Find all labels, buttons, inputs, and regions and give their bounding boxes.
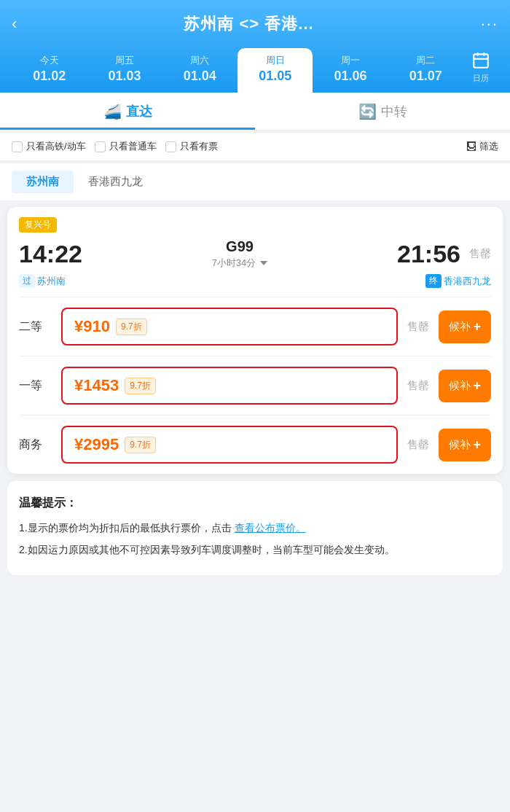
filter-btn-label: 筛选 [479,140,498,153]
date-tab-01.07[interactable]: 周二 01.07 [388,48,463,93]
view-price-link[interactable]: 查看公布票价。 [235,522,306,534]
date-tab-01.05[interactable]: 周日 01.05 [238,48,313,93]
seat-price: ¥1453 [74,376,119,395]
seat-discount-badge: 9.7折 [116,319,147,335]
terminal-badge: 终 [425,274,442,288]
day-date: 01.03 [90,69,159,84]
date-tab-01.03[interactable]: 周五 01.03 [87,48,162,93]
day-date: 01.05 [240,69,310,84]
seat-price-block[interactable]: ¥2995 9.7折 [61,426,398,464]
seat-row-1: 一等 ¥1453 9.7折 售罄 候补 + [19,356,491,415]
tab-transfer[interactable]: 🔄 中转 [255,93,510,130]
seat-action-button[interactable]: 候补 + [439,311,491,343]
notice-line-1: 1.显示的票价均为折扣后的最低执行票价，点击 查看公布票价。 [19,520,491,537]
seat-discount-badge: 9.7折 [125,437,156,453]
pass-station-name: 苏州南 [37,275,66,288]
day-date: 01.04 [165,69,235,84]
seat-action-button[interactable]: 候补 + [439,429,491,461]
arrive-time: 21:56 [397,240,460,268]
pass-badge: 过 [19,274,35,288]
day-date: 01.02 [15,69,84,84]
seat-status: 售罄 [404,379,433,393]
day-name: 周一 [315,54,385,67]
chevron-down-icon [260,261,267,265]
seat-price: ¥2995 [74,435,119,454]
seat-class-label: 二等 [19,319,55,335]
station-tab-苏州南[interactable]: 苏州南 [12,171,74,193]
seat-price-block[interactable]: ¥1453 9.7折 [61,367,398,405]
more-button[interactable]: ··· [481,15,498,34]
tab-bar: 🚄 直达 🔄 中转 [0,93,510,130]
seat-row-2: 商务 ¥2995 9.7折 售罄 候补 + [19,415,491,474]
seat-status: 售罄 [404,438,433,452]
train-badge: 复兴号 [19,217,57,233]
day-name: 今天 [15,54,84,67]
train-card: 复兴号 14:22 G99 7小时34分 21:56 售罄 过 苏州南 终 香港… [7,207,503,474]
depart-time: 14:22 [19,240,82,268]
seat-rows: 二等 ¥910 9.7折 售罄 候补 + 一等 ¥1453 9.7折 售罄 候补… [19,297,491,474]
filter-checkbox-只看有票[interactable]: 只看有票 [165,140,218,153]
tab-label: 直达 [126,103,152,120]
station-tab-香港西九龙[interactable]: 香港西九龙 [74,171,157,193]
day-date: 01.07 [391,69,460,84]
date-tab-01.06[interactable]: 周一 01.06 [313,48,388,93]
date-tabs: 今天 01.02 周五 01.03 周六 01.04 周日 01.05 周一 0… [12,45,498,93]
page-title: 苏州南 <> 香港... [184,13,313,35]
overall-sold-out: 售罄 [469,247,491,261]
main-content: 🚄 直达 🔄 中转 只看高铁/动车 只看普通车 只看有票 ⛾ 筛选 苏州南香港西… [0,93,510,575]
terminal-station-label: 终 香港西九龙 [425,274,491,288]
tab-icon: 🔄 [358,103,377,120]
header: ‹ 苏州南 <> 香港... ··· 今天 01.02 周五 01.03 周六 … [0,0,510,93]
train-main-row: 14:22 G99 7小时34分 21:56 售罄 [19,238,491,270]
filter-row: 只看高铁/动车 只看普通车 只看有票 ⛾ 筛选 [0,133,510,160]
seat-price-block[interactable]: ¥910 9.7折 [61,308,398,346]
back-button[interactable]: ‹ [12,15,17,34]
filter-label: 只看高铁/动车 [26,140,86,153]
tab-label: 中转 [381,103,407,120]
day-name: 周五 [90,54,159,67]
filter-funnel-icon: ⛾ [466,141,476,152]
svg-rect-0 [474,54,488,67]
train-number-block: G99 7小时34分 [82,238,397,270]
header-top: ‹ 苏州南 <> 香港... ··· [12,13,498,35]
tab-direct[interactable]: 🚄 直达 [0,93,255,130]
day-date: 01.06 [315,69,385,84]
checkbox[interactable] [12,141,23,152]
filter-checkbox-只看高铁/动车[interactable]: 只看高铁/动车 [12,140,86,153]
notice-box: 温馨提示： 1.显示的票价均为折扣后的最低执行票价，点击 查看公布票价。 2.如… [7,481,503,575]
seat-action-label: 候补 [449,379,471,393]
seat-price: ¥910 [74,317,110,336]
day-name: 周六 [165,54,235,67]
filter-button[interactable]: ⛾ 筛选 [466,140,498,153]
seat-status: 售罄 [404,320,433,334]
plus-icon: + [473,437,481,453]
train-sub-row: 过 苏州南 终 香港西九龙 [19,274,491,297]
train-duration: 7小时34分 [82,257,397,270]
checkbox[interactable] [95,141,106,152]
seat-action-label: 候补 [449,438,471,452]
calendar-button[interactable]: 日历 [463,45,498,93]
date-tab-01.04[interactable]: 周六 01.04 [162,48,238,93]
filter-label: 只看有票 [180,140,218,153]
seat-row-0: 二等 ¥910 9.7折 售罄 候补 + [19,297,491,356]
calendar-icon [471,51,490,70]
seat-discount-badge: 9.7折 [125,378,156,394]
tab-icon: 🚄 [103,103,122,120]
date-tab-01.02[interactable]: 今天 01.02 [12,48,87,93]
seat-action-label: 候补 [449,320,471,334]
notice-title: 温馨提示： [19,493,491,512]
seat-action-button[interactable]: 候补 + [439,370,491,402]
train-number: G99 [82,238,397,255]
plus-icon: + [473,378,481,394]
checkbox[interactable] [165,141,176,152]
seat-class-label: 商务 [19,437,55,453]
seat-class-label: 一等 [19,378,55,394]
station-tabs: 苏州南香港西九龙 [0,163,510,201]
terminal-station-name: 香港西九龙 [444,275,491,288]
filter-label: 只看普通车 [109,140,157,153]
filter-checkbox-只看普通车[interactable]: 只看普通车 [95,140,157,153]
notice-line-2: 2.如因运力原因或其他不可控因素导致列车调度调整时，当前车型可能会发生变动。 [19,542,491,559]
pass-station-label: 过 苏州南 [19,274,66,288]
day-name: 周二 [391,54,460,67]
calendar-label: 日历 [473,73,489,84]
